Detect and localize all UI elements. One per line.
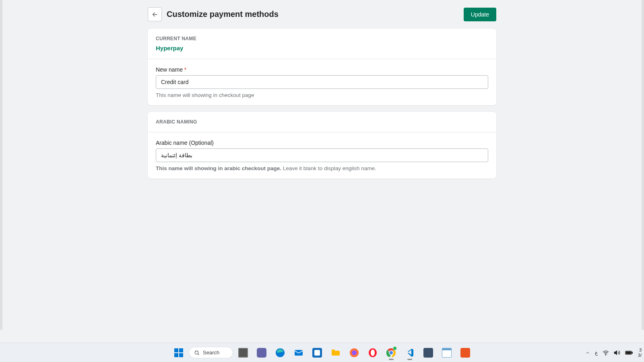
battery-icon[interactable] bbox=[625, 350, 633, 356]
notepad-icon bbox=[442, 348, 452, 358]
taskbar-search-text: Search bbox=[203, 350, 219, 356]
tray-date-bottom: 3/ bbox=[638, 353, 642, 358]
svg-point-1 bbox=[195, 351, 198, 354]
windows-taskbar: Search ع bbox=[0, 343, 644, 362]
page: Customize payment methods Update CURRENT… bbox=[0, 0, 644, 330]
tray-language[interactable]: ع bbox=[595, 350, 598, 356]
mail-icon bbox=[294, 348, 303, 358]
page-title: Customize payment methods bbox=[167, 10, 464, 19]
taskbar-app-1[interactable] bbox=[420, 345, 436, 361]
current-name-label: CURRENT NAME bbox=[156, 36, 488, 41]
svg-line-2 bbox=[198, 354, 199, 355]
taskbar-edge[interactable] bbox=[272, 345, 288, 361]
app-icon-1 bbox=[423, 348, 433, 358]
taskbar-explorer[interactable] bbox=[328, 345, 344, 361]
back-button[interactable] bbox=[148, 7, 162, 21]
search-icon bbox=[194, 350, 200, 356]
taskbar-vscode[interactable] bbox=[402, 345, 418, 361]
taskbar-notepad[interactable] bbox=[439, 345, 455, 361]
new-name-label: New name * bbox=[156, 66, 488, 73]
windows-logo-icon bbox=[174, 348, 183, 357]
arabic-name-section: Arabic name (Optional) This name will sh… bbox=[148, 132, 496, 179]
new-name-label-text: New name bbox=[156, 66, 183, 73]
taskbar-app-2[interactable] bbox=[457, 345, 473, 361]
edge-icon bbox=[275, 348, 285, 358]
chevron-up-icon[interactable] bbox=[585, 350, 590, 355]
volume-icon[interactable] bbox=[614, 350, 620, 356]
taskbar-store[interactable] bbox=[309, 345, 325, 361]
arabic-name-input[interactable] bbox=[156, 148, 488, 162]
arabic-name-help: This name will showing in arabic checkou… bbox=[156, 165, 488, 171]
wifi-icon[interactable] bbox=[603, 350, 609, 356]
arabic-section-header: ARABIC NAMING bbox=[148, 112, 496, 132]
current-name-value: Hyperpay bbox=[156, 45, 488, 51]
new-name-help: This name will showing in checkout page bbox=[156, 92, 488, 98]
taskbar-search[interactable]: Search bbox=[189, 347, 233, 358]
taskbar-firefox[interactable] bbox=[346, 345, 362, 361]
svg-point-6 bbox=[352, 350, 357, 355]
opera-icon bbox=[368, 348, 378, 358]
vscode-icon bbox=[405, 348, 415, 358]
svg-marker-14 bbox=[614, 351, 617, 354]
system-tray: ع 3 3/ bbox=[585, 343, 642, 362]
tray-clock[interactable]: 3 3/ bbox=[638, 348, 642, 357]
new-name-section: New name * This name will showing in che… bbox=[148, 59, 496, 105]
current-name-section: CURRENT NAME Hyperpay bbox=[148, 29, 496, 59]
badge-dot-icon bbox=[393, 346, 397, 350]
arabic-section-label: ARABIC NAMING bbox=[156, 119, 488, 125]
card-arabic-naming: ARABIC NAMING Arabic name (Optional) Thi… bbox=[148, 112, 496, 179]
start-button[interactable] bbox=[171, 345, 187, 361]
page-header: Customize payment methods Update bbox=[148, 7, 496, 29]
content: Customize payment methods Update CURRENT… bbox=[148, 7, 496, 179]
teams-icon bbox=[257, 348, 266, 358]
taskbar-mail[interactable] bbox=[291, 345, 307, 361]
arrow-left-icon bbox=[151, 11, 159, 18]
svg-rect-17 bbox=[632, 352, 632, 353]
firefox-icon bbox=[349, 348, 359, 358]
card-current-name: CURRENT NAME Hyperpay New name * This na… bbox=[148, 29, 496, 105]
svg-rect-4 bbox=[295, 350, 303, 356]
taskbar-teams[interactable] bbox=[254, 345, 270, 361]
taskbar-task-view[interactable] bbox=[235, 345, 251, 361]
new-name-input[interactable] bbox=[156, 75, 488, 89]
svg-point-13 bbox=[605, 354, 606, 355]
svg-rect-16 bbox=[626, 352, 631, 354]
tray-date-top: 3 bbox=[638, 348, 642, 352]
arabic-name-label: Arabic name (Optional) bbox=[156, 140, 488, 146]
taskbar-chrome[interactable] bbox=[383, 345, 399, 361]
window-shadow-right bbox=[642, 0, 644, 330]
store-icon bbox=[312, 348, 322, 358]
taskbar-center: Search bbox=[171, 343, 473, 362]
task-view-icon bbox=[238, 348, 248, 358]
update-button[interactable]: Update bbox=[464, 8, 496, 21]
taskbar-opera[interactable] bbox=[365, 345, 381, 361]
required-indicator: * bbox=[184, 66, 186, 73]
arabic-help-bold: This name will showing in arabic checkou… bbox=[156, 165, 281, 171]
folder-icon bbox=[331, 348, 341, 358]
arabic-help-rest: Leave it blank to display english name. bbox=[281, 165, 376, 171]
svg-point-8 bbox=[371, 350, 375, 356]
app-icon-2 bbox=[460, 348, 470, 358]
window-shadow-left bbox=[0, 0, 2, 330]
